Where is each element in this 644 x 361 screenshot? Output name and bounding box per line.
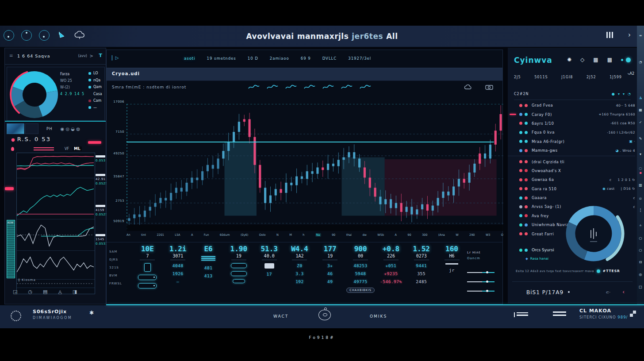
text-icon[interactable]: ▫ — [637, 196, 644, 200]
sq-icon[interactable]: □ — [637, 285, 644, 289]
pill-icon[interactable] — [231, 263, 247, 268]
clock-icon[interactable]: ◷ — [28, 289, 32, 295]
stat-column[interactable]: 1.9019 — [223, 244, 254, 302]
watch-group-2[interactable]: Orcs Syursi — [519, 248, 554, 252]
area-icon[interactable] — [304, 84, 315, 92]
menu-icon[interactable]: ≡ — [637, 34, 644, 38]
pill-sm-icon[interactable] — [233, 279, 245, 283]
section-icons[interactable]: ●▾▾◔ — [612, 92, 631, 96]
panel-icon[interactable]: ▩ — [593, 57, 598, 63]
candles-icon[interactable] — [285, 84, 297, 92]
stat-column[interactable]: 10E7 — [132, 244, 163, 302]
panel2-icon[interactable]: ▩ — [607, 57, 612, 63]
expand-chevron-icon[interactable]: > — [90, 54, 93, 58]
watchlist-row[interactable]: Gara ra 510◉cast| D16 ↻ — [508, 184, 635, 193]
flask-icon[interactable]: ◲ — [13, 289, 17, 295]
legend-item[interactable]: Casa — [88, 91, 102, 98]
ring-icon[interactable]: ○ — [637, 236, 644, 240]
watchlist-row[interactable]: Fqua 0 kva-160 I L2rbr/62 — [508, 128, 635, 137]
apps-grid-icon[interactable] — [630, 311, 636, 317]
toolbar-item[interactable]: asoti — [184, 56, 196, 61]
mini-slider[interactable] — [467, 281, 494, 282]
send-icon[interactable]: ◮ — [637, 96, 644, 100]
brand-logo[interactable]: Cyinwva — [514, 56, 552, 65]
watchlist-tab[interactable]: J1GI8 — [561, 75, 573, 79]
stat-column[interactable]: 1.52027394413552485 — [406, 244, 437, 302]
watchlist-row[interactable]: Mraa A6-Fra(gr)▣· — [508, 137, 635, 146]
watchlist-tab[interactable]: 5011S — [534, 75, 548, 79]
settings-gear-icon[interactable] — [11, 311, 21, 321]
scan-icon[interactable]: ◎ — [637, 273, 644, 277]
c-icon[interactable]: ◌ — [637, 166, 644, 170]
chart-icon[interactable]: ▵ — [637, 223, 644, 227]
left-tab-icons[interactable]: ◉ ◎ ◒ ◍ — [61, 127, 80, 131]
stat-column[interactable]: 160H6jr — [437, 244, 467, 302]
assistant-icon[interactable] — [318, 310, 331, 320]
list-icon[interactable] — [553, 311, 566, 318]
slider-icon[interactable] — [138, 283, 157, 288]
gem-icon[interactable]: ◇ — [580, 57, 584, 63]
printer-icon[interactable]: ▤ — [43, 289, 47, 295]
stat-column[interactable]: 51.340.017 — [254, 244, 284, 302]
watchlist-row[interactable]: Caray F0)+160 Tnurgra 6160 — [508, 110, 635, 119]
box-icon[interactable] — [144, 263, 151, 272]
legend-item[interactable]: LO — [88, 70, 102, 77]
sync-icon[interactable]: ◬ — [58, 289, 61, 295]
range-selector[interactable]: KOW — [7, 220, 15, 278]
symbol-name[interactable]: Cryoa.udi — [112, 71, 140, 76]
cloud-icon[interactable] — [464, 84, 473, 92]
toolbar-item[interactable]: 19 smetndes — [207, 56, 236, 61]
camera-icon[interactable] — [485, 84, 494, 92]
chevron-right-icon[interactable]: › — [628, 32, 631, 38]
stat-column[interactable]: E6481413 — [193, 244, 224, 302]
drag-handle-icon[interactable]: ⚌ — [9, 53, 13, 58]
slider-icon[interactable] — [138, 275, 157, 280]
toolbar-item[interactable]: 69 9 — [301, 56, 311, 61]
watchlist-row[interactable]: 6ayrs 1/10-601 coa R50 — [508, 119, 635, 128]
ruler-icon[interactable] — [445, 263, 458, 265]
bars-icon[interactable] — [248, 84, 260, 92]
check-icon[interactable]: ✓ — [637, 120, 644, 124]
gear-icon[interactable]: ✺ — [567, 57, 571, 63]
vehicle-icon[interactable]: ◨ — [73, 289, 77, 295]
toolbar-lead-icon[interactable]: ▏▷ — [112, 55, 119, 60]
back-icon[interactable]: ‹ — [622, 289, 625, 295]
mini-slider[interactable] — [467, 291, 494, 292]
mini-slider[interactable] — [467, 272, 494, 273]
tab-ph[interactable]: PH — [46, 127, 53, 131]
legend-item[interactable]: nQa — [88, 77, 102, 84]
bottom-label-omiks[interactable]: OMIKS — [370, 314, 387, 319]
bottom-label-wact[interactable]: WACT — [273, 314, 288, 319]
watchlist-tab[interactable]: 2J52 — [586, 75, 596, 79]
legend-item[interactable]: Qam — [88, 84, 102, 91]
stat-column[interactable]: +0.8226+051+9235-546.97% — [376, 244, 406, 302]
wave-icon[interactable] — [267, 84, 278, 92]
box-icon[interactable]: ⊟ — [637, 260, 644, 264]
line-icon[interactable] — [341, 84, 353, 92]
stat-pill[interactable]: CHAXBIBKIS — [346, 288, 374, 293]
caret-icon[interactable]: ▾ — [637, 152, 644, 156]
ring2-icon[interactable]: ○ — [637, 248, 644, 252]
toolbar-item[interactable]: 10 D — [248, 56, 258, 61]
tab-thumbnail-active[interactable] — [7, 123, 24, 134]
eject-icon[interactable]: ⊂· — [606, 290, 610, 295]
pill-icon[interactable] — [231, 271, 247, 276]
stat-column[interactable]: 1.2i307140481926— — [163, 244, 193, 302]
watchlist-tab[interactable]: 1J599 — [610, 75, 622, 79]
quarter-icon[interactable]: ◔ — [637, 60, 644, 64]
bottom-right-brand[interactable]: CL MAKOA SITERCI CIXUNO 989/ — [579, 308, 628, 319]
toolbar-item[interactable]: 31927/3el — [348, 56, 371, 61]
stat-column[interactable]: 9000048253594849775CHAXBIBKIS — [345, 244, 376, 302]
watchlist-row[interactable]: Gowraa 6ac1 2 0 1 ↻ — [508, 175, 635, 184]
pencil-icon[interactable]: ✎ — [637, 137, 644, 141]
legend-item[interactable]: — — [88, 104, 102, 111]
tool-t-button[interactable]: T — [99, 53, 102, 58]
candlestick-chart[interactable] — [126, 104, 503, 231]
toolbar-item[interactable]: DVLLC — [322, 56, 337, 61]
watchlist-tab[interactable]: 2J5 — [514, 75, 521, 79]
watchlist-row[interactable]: Ovwoahad's X — [508, 166, 635, 175]
stat-column[interactable]: 177193+4649 — [315, 244, 345, 302]
columns-icon[interactable] — [606, 32, 613, 38]
alert-badge[interactable] — [88, 141, 101, 144]
range-marker[interactable] — [5, 187, 14, 190]
